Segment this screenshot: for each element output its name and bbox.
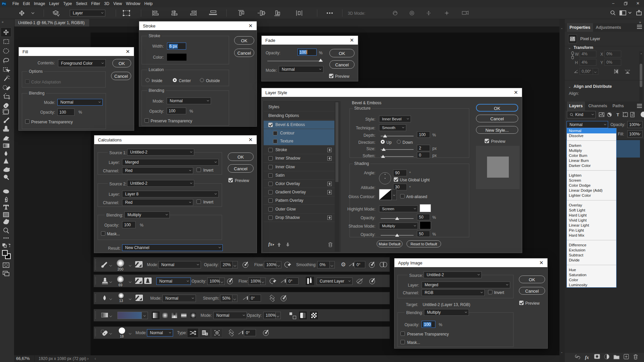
- svg-text:T: T: [616, 112, 619, 117]
- svg-text:fx: fx: [585, 355, 589, 360]
